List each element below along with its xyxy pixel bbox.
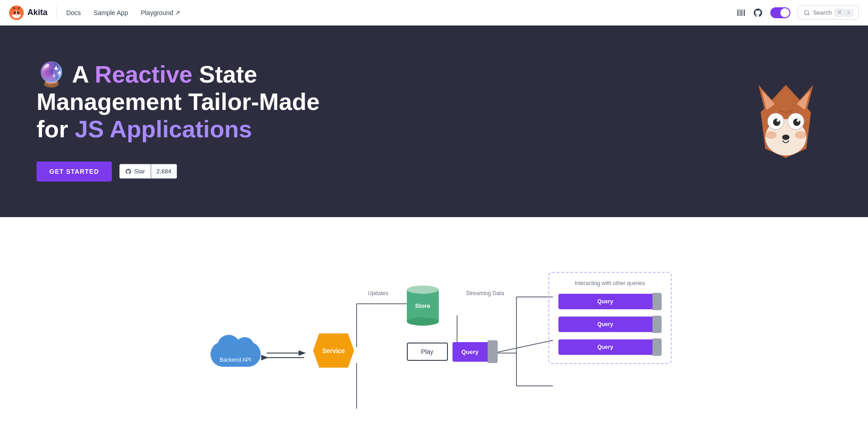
svg-point-27 bbox=[777, 119, 779, 122]
query-main-node: Query bbox=[452, 340, 498, 363]
query-main-shape: Query bbox=[452, 340, 498, 363]
svg-point-6 bbox=[15, 13, 18, 16]
nav-link-playground[interactable]: Playground ↗ bbox=[141, 9, 180, 16]
github-star-icon bbox=[125, 168, 132, 175]
star-text: Star bbox=[134, 168, 145, 175]
fox-mascot-image bbox=[740, 71, 831, 172]
toggle-knob bbox=[780, 8, 789, 17]
star-button[interactable]: Star 2,684 bbox=[119, 164, 177, 179]
svg-rect-10 bbox=[739, 10, 740, 16]
svg-point-28 bbox=[797, 119, 800, 122]
logo[interactable]: Akita bbox=[9, 5, 57, 20]
svg-line-40 bbox=[494, 340, 553, 353]
hero-actions: GET STARTED Star 2,684 bbox=[37, 161, 320, 182]
query-item-3: Query bbox=[558, 338, 662, 356]
query-item-3-label: Query bbox=[558, 339, 652, 355]
barcode-icon bbox=[736, 8, 746, 17]
svg-rect-12 bbox=[742, 10, 743, 16]
svg-point-4 bbox=[14, 11, 16, 14]
query-item-1: Query bbox=[558, 293, 662, 310]
interacting-title: Interacting with other queries bbox=[558, 280, 662, 286]
theme-toggle[interactable] bbox=[770, 7, 790, 18]
kbd-k: K bbox=[845, 9, 853, 16]
updates-label: Updates bbox=[368, 290, 389, 296]
nav-link-docs[interactable]: Docs bbox=[66, 9, 81, 16]
query-item-2-label: Query bbox=[558, 317, 652, 332]
search-icon bbox=[804, 10, 810, 16]
streaming-label: Streaming Data bbox=[466, 290, 504, 296]
mascot bbox=[740, 71, 831, 172]
backend-api-node: Backend API bbox=[210, 335, 261, 367]
nav-link-sample-app[interactable]: Sample App bbox=[94, 9, 128, 16]
nav-right: Search ⌘ K bbox=[736, 5, 859, 20]
barcode-icon-button[interactable] bbox=[736, 8, 746, 17]
search-label: Search bbox=[813, 9, 831, 16]
svg-point-29 bbox=[782, 135, 789, 140]
star-count: 2,684 bbox=[151, 164, 177, 178]
diagram-container: Backend API Service Updates Streaming Da… bbox=[183, 244, 685, 427]
play-button[interactable]: Play bbox=[407, 343, 448, 361]
svg-rect-13 bbox=[744, 10, 745, 16]
hero-title: 🔮 A Reactive StateManagement Tailor-Made… bbox=[37, 61, 320, 143]
hero-js: JS Applications bbox=[75, 116, 252, 142]
hero-section: 🔮 A Reactive StateManagement Tailor-Made… bbox=[0, 26, 868, 217]
svg-rect-9 bbox=[737, 10, 738, 16]
svg-point-31 bbox=[795, 131, 806, 139]
diagram-section: Backend API Service Updates Streaming Da… bbox=[0, 217, 868, 442]
logo-text: Akita bbox=[27, 8, 47, 17]
svg-rect-11 bbox=[741, 10, 742, 16]
nav-links: Docs Sample App Playground ↗ bbox=[66, 9, 736, 16]
play-label: Play bbox=[421, 348, 433, 355]
store-node: Store bbox=[407, 286, 439, 326]
svg-point-5 bbox=[17, 11, 19, 14]
kbd-cmd: ⌘ bbox=[835, 9, 844, 16]
search-keyboard-shortcut: ⌘ K bbox=[835, 9, 853, 16]
navbar: Akita Docs Sample App Playground ↗ bbox=[0, 0, 868, 26]
service-label: Service bbox=[313, 333, 354, 368]
star-label: Star bbox=[120, 164, 151, 178]
query-item-2: Query bbox=[558, 316, 662, 333]
get-started-button[interactable]: GET STARTED bbox=[37, 161, 112, 182]
hero-title-a: A bbox=[72, 61, 95, 88]
github-icon-button[interactable] bbox=[753, 8, 763, 18]
query-item-1-label: Query bbox=[558, 294, 652, 309]
interacting-box: Interacting with other queries Query Que… bbox=[548, 272, 672, 364]
backend-api-label: Backend API bbox=[210, 357, 261, 363]
hero-emoji: 🔮 bbox=[37, 61, 66, 88]
hero-content: 🔮 A Reactive StateManagement Tailor-Made… bbox=[37, 61, 320, 181]
search-button[interactable]: Search ⌘ K bbox=[798, 5, 859, 20]
svg-point-30 bbox=[766, 131, 777, 139]
svg-point-25 bbox=[773, 119, 780, 126]
github-icon bbox=[753, 8, 763, 18]
query-main-label: Query bbox=[452, 342, 488, 362]
service-node: Service bbox=[313, 333, 354, 368]
logo-icon bbox=[9, 5, 24, 20]
svg-point-26 bbox=[793, 119, 800, 126]
store-label: Store bbox=[407, 290, 439, 322]
svg-point-14 bbox=[805, 10, 809, 14]
hero-reactive: Reactive bbox=[95, 61, 193, 88]
